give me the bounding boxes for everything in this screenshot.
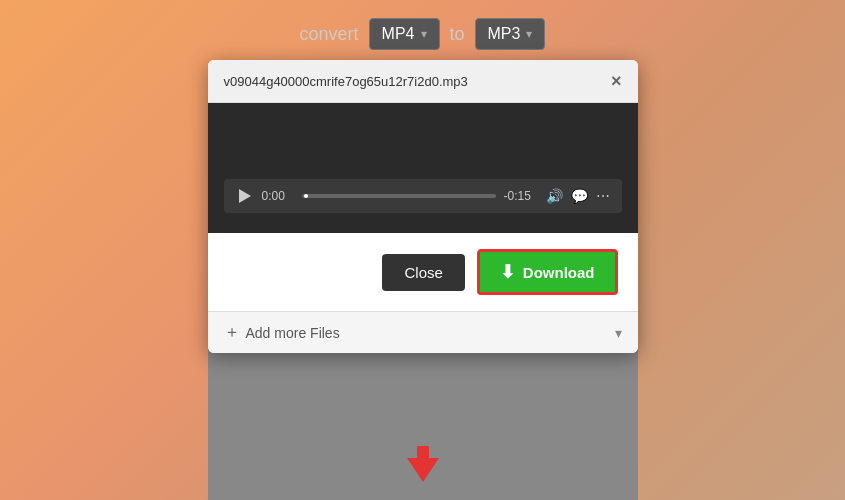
format-to-select[interactable]: MP3 ▾ [475, 18, 546, 50]
chevron-down-icon-2: ▾ [526, 27, 532, 41]
add-files-left: ＋ Add more Files [224, 322, 340, 343]
dialog-modal: v09044g40000cmrife7og65u12r7i2d0.mp3 × 0… [208, 60, 638, 353]
modal-close-button[interactable]: × [611, 72, 622, 90]
download-button[interactable]: ⬇ Download [477, 249, 618, 295]
modal-player-area: 0:00 -0:15 🔊 💬 ⋯ [208, 103, 638, 233]
play-icon [239, 189, 251, 203]
download-icon: ⬇ [500, 261, 515, 283]
top-bar: convert MP4 ▾ to MP3 ▾ [300, 18, 546, 50]
plus-icon: ＋ [224, 322, 240, 343]
download-label: Download [523, 264, 595, 281]
caption-icon[interactable]: 💬 [571, 188, 588, 204]
play-button[interactable] [236, 187, 254, 205]
time-end: -0:15 [504, 189, 538, 203]
add-files-bar: ＋ Add more Files ▾ [208, 311, 638, 353]
progress-indicator [304, 194, 308, 198]
more-options-icon[interactable]: ⋯ [596, 188, 610, 204]
time-current: 0:00 [262, 189, 294, 203]
format-from-select[interactable]: MP4 ▾ [369, 18, 440, 50]
volume-icon[interactable]: 🔊 [546, 188, 563, 204]
format-to-label: MP3 [488, 25, 521, 43]
close-button[interactable]: Close [382, 254, 464, 291]
convert-label: convert [300, 24, 359, 45]
modal-title: v09044g40000cmrife7og65u12r7i2d0.mp3 [224, 74, 468, 89]
modal-footer: Close ⬇ Download [208, 233, 638, 311]
chevron-down-icon: ▾ [421, 27, 427, 41]
audio-controls: 0:00 -0:15 🔊 💬 ⋯ [224, 179, 622, 213]
red-arrow-container [407, 458, 439, 482]
progress-bar[interactable] [302, 194, 496, 198]
chevron-down-icon-3: ▾ [615, 325, 622, 341]
format-from-label: MP4 [382, 25, 415, 43]
to-label: to [450, 24, 465, 45]
modal-header: v09044g40000cmrife7og65u12r7i2d0.mp3 × [208, 60, 638, 103]
red-arrow-icon [407, 458, 439, 482]
add-files-label[interactable]: Add more Files [246, 325, 340, 341]
page-wrapper: convert MP4 ▾ to MP3 ▾ v09044g40000cmrif… [0, 0, 845, 500]
